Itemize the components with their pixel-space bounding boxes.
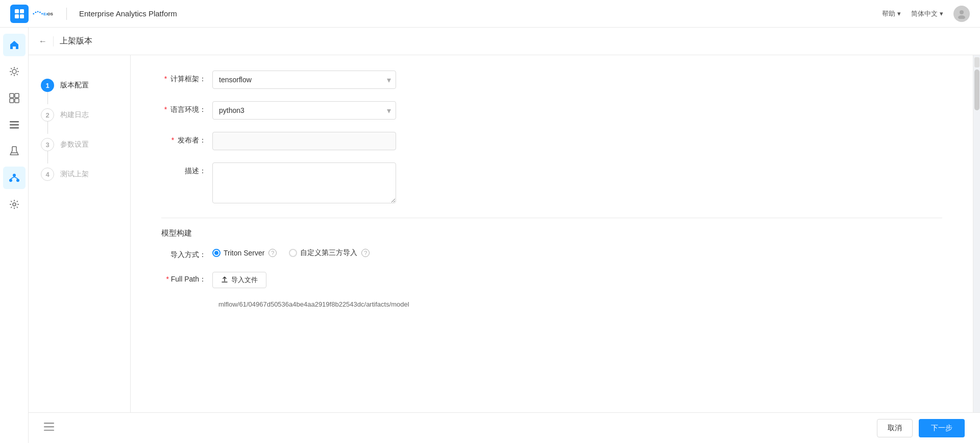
svg-rect-37 <box>44 423 54 424</box>
next-button[interactable]: 下一步 <box>919 419 965 437</box>
framework-label: * 计算框架： <box>161 71 212 84</box>
upload-icon <box>221 276 228 284</box>
svg-rect-28 <box>10 127 19 129</box>
svg-text:OS: OS <box>47 11 53 16</box>
upload-btn-label: 导入文件 <box>231 275 258 285</box>
svg-rect-25 <box>15 99 19 103</box>
import-radio-group: Triton Server ? 自定义第三方导入 ? <box>212 248 396 258</box>
triton-label: Triton Server <box>224 249 264 257</box>
step-4: 4 测试上架 <box>41 159 118 189</box>
footer: 取消 下一步 <box>29 412 980 443</box>
svg-rect-39 <box>44 430 54 431</box>
svg-line-20 <box>16 68 17 69</box>
svg-point-5 <box>35 11 37 13</box>
svg-line-35 <box>14 177 18 179</box>
step-3-label: 参数设置 <box>60 140 89 149</box>
sidebar-item-list[interactable] <box>3 113 26 136</box>
sidebar-item-model[interactable] <box>3 167 26 189</box>
framework-control: tensorflow pytorch sklearn xgboost <box>212 71 396 89</box>
custom-radio-circle <box>289 249 297 257</box>
upload-button[interactable]: 导入文件 <box>212 272 266 288</box>
svg-line-34 <box>11 177 14 179</box>
language-button[interactable]: 简体中文 ▾ <box>911 9 943 18</box>
svg-rect-38 <box>44 426 54 428</box>
publisher-input[interactable] <box>212 132 396 150</box>
svg-line-19 <box>16 74 17 75</box>
sidebar-item-home[interactable] <box>3 34 26 56</box>
svg-rect-24 <box>10 99 14 103</box>
custom-help-icon[interactable]: ? <box>361 249 370 257</box>
header-divider <box>66 8 67 20</box>
framework-row: * 计算框架： tensorflow pytorch sklearn xgboo… <box>161 71 942 89</box>
page-header: ← 上架版本 <box>29 28 980 55</box>
form-panel: * 计算框架： tensorflow pytorch sklearn xgboo… <box>131 55 973 412</box>
description-row: 描述： <box>161 162 942 205</box>
language-label: * 语言环境： <box>161 101 212 114</box>
home-icon[interactable] <box>10 5 29 23</box>
menu-icon[interactable] <box>44 423 54 433</box>
description-input[interactable] <box>212 162 396 203</box>
sidebar-item-experiment[interactable] <box>3 140 26 162</box>
language-select-wrapper: python3 python2 java scala <box>212 101 396 120</box>
svg-point-31 <box>13 174 16 177</box>
svg-point-13 <box>12 69 16 74</box>
svg-point-36 <box>13 203 16 206</box>
svg-rect-27 <box>10 124 19 126</box>
svg-line-21 <box>11 74 12 75</box>
step-1-label: 版本配置 <box>60 81 89 90</box>
section-divider <box>161 218 942 218</box>
logo-area: En OS Enterprise Analytics Platform <box>10 5 177 23</box>
main-layout: ← 上架版本 1 版本配置 2 构建日志 3 参数设置 <box>0 28 980 443</box>
back-button[interactable]: ← <box>39 37 47 46</box>
custom-label: 自定义第三方导入 <box>300 248 357 258</box>
import-label: 导入方式： <box>161 248 212 260</box>
sidebar-item-settings[interactable] <box>3 193 26 216</box>
description-control <box>212 162 396 205</box>
help-button[interactable]: 帮助 ▾ <box>882 9 901 18</box>
path-value: mlflow/61/04967d50536a4be4aa2919f8b22543… <box>212 300 942 308</box>
fullpath-row: * Full Path： 导入文件 <box>161 272 942 288</box>
svg-rect-26 <box>10 121 19 123</box>
language-row: * 语言环境： python3 python2 java scala <box>161 101 942 120</box>
framework-select[interactable]: tensorflow pytorch sklearn xgboost <box>212 71 396 89</box>
svg-rect-23 <box>15 94 19 98</box>
avatar[interactable] <box>953 6 970 22</box>
chevron-down-icon: ▾ <box>940 10 943 17</box>
import-control: Triton Server ? 自定义第三方导入 ? <box>212 248 396 258</box>
header-separator <box>53 36 54 46</box>
svg-point-7 <box>39 11 41 13</box>
inner-layout: 1 版本配置 2 构建日志 3 参数设置 4 测试上架 <box>29 55 980 412</box>
chevron-down-icon: ▾ <box>897 10 901 17</box>
svg-point-4 <box>33 13 34 14</box>
cancel-button[interactable]: 取消 <box>877 419 913 437</box>
publisher-row: * 发布者： <box>161 132 942 150</box>
model-build-section-title: 模型构建 <box>161 228 942 238</box>
fullpath-label: * Full Path： <box>161 272 212 284</box>
scrollbar[interactable] <box>973 55 980 412</box>
publisher-label: * 发布者： <box>161 132 212 145</box>
svg-point-8 <box>41 13 43 14</box>
import-method-row: 导入方式： Triton Server ? <box>161 248 942 260</box>
step-4-num: 4 <box>41 168 54 181</box>
step-2-label: 构建日志 <box>60 110 89 120</box>
sidebar-item-analytics[interactable] <box>3 60 26 83</box>
svg-line-18 <box>11 68 12 69</box>
steps-panel: 1 版本配置 2 构建日志 3 参数设置 4 测试上架 <box>29 55 131 412</box>
radio-custom[interactable]: 自定义第三方导入 ? <box>289 248 370 258</box>
sidebar <box>0 28 29 443</box>
description-label: 描述： <box>161 162 212 176</box>
svg-point-33 <box>16 179 19 182</box>
svg-rect-3 <box>20 14 24 18</box>
framework-select-wrapper: tensorflow pytorch sklearn xgboost <box>212 71 396 89</box>
language-select[interactable]: python3 python2 java scala <box>212 101 396 120</box>
content-area: ← 上架版本 1 版本配置 2 构建日志 3 参数设置 <box>29 28 980 443</box>
radio-triton[interactable]: Triton Server ? <box>212 249 277 257</box>
svg-rect-1 <box>20 9 24 13</box>
fullpath-control: 导入文件 <box>212 272 396 288</box>
triton-help-icon[interactable]: ? <box>268 249 277 257</box>
svg-rect-22 <box>10 94 14 98</box>
sidebar-item-dashboard[interactable] <box>3 87 26 109</box>
header-right: 帮助 ▾ 简体中文 ▾ <box>882 6 970 22</box>
app-header: En OS Enterprise Analytics Platform 帮助 ▾… <box>0 0 980 28</box>
step-1-num: 1 <box>41 79 54 92</box>
